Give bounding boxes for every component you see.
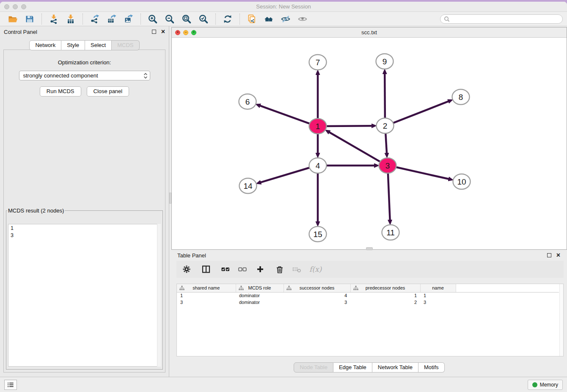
node-10[interactable]: 10 <box>453 174 471 189</box>
tab-style[interactable]: Style <box>61 40 85 50</box>
column-header-successor-nodes[interactable]: successor nodes <box>284 284 350 292</box>
svg-text:7: 7 <box>316 58 320 67</box>
memory-button[interactable]: Memory <box>528 380 563 390</box>
table-settings-gear-icon[interactable] <box>182 264 192 274</box>
close-panel-button[interactable]: Close panel <box>87 86 129 97</box>
edge-2-9[interactable] <box>385 73 385 118</box>
import-table-icon[interactable] <box>65 14 76 25</box>
delete-columns-trash-icon[interactable] <box>275 264 285 274</box>
open-session-icon[interactable] <box>7 14 18 25</box>
tab-select[interactable]: Select <box>85 40 112 50</box>
close-window-button[interactable] <box>4 4 9 9</box>
edge-4-14[interactable] <box>260 168 310 182</box>
export-table-icon[interactable] <box>106 14 117 25</box>
tab-network-table[interactable]: Network Table <box>372 362 418 373</box>
control-panel-header: Control Panel × <box>0 26 169 37</box>
export-network-icon[interactable] <box>89 14 100 25</box>
mcds-result-text[interactable]: 13 <box>8 224 161 367</box>
node-table: shared name MCDS role successor nodes <box>177 284 559 306</box>
edge-2-3[interactable] <box>385 133 387 154</box>
minimize-window-button[interactable] <box>13 4 18 9</box>
show-all-eye-icon[interactable] <box>297 14 308 25</box>
close-network-button[interactable]: × <box>175 30 180 35</box>
hide-columns-icon[interactable] <box>237 264 248 274</box>
close-table-panel-icon[interactable]: × <box>556 253 560 257</box>
table-panel-header: Table Panel × <box>171 250 567 261</box>
svg-text:14: 14 <box>243 182 253 190</box>
create-column-icon[interactable] <box>255 264 265 274</box>
edge-3-1[interactable] <box>329 132 380 162</box>
close-panel-icon[interactable]: × <box>161 30 165 34</box>
maximize-window-button[interactable] <box>21 4 26 9</box>
tab-network[interactable]: Network <box>29 40 61 50</box>
function-builder-icon[interactable]: f(x) <box>309 265 322 273</box>
minimize-network-button[interactable]: − <box>183 30 188 35</box>
table-panel-title: Table Panel <box>177 252 547 259</box>
tab-mcds[interactable]: MCDS <box>112 40 139 50</box>
column-header-shared-name[interactable]: shared name <box>177 284 236 292</box>
save-session-icon[interactable] <box>24 14 35 25</box>
refresh-icon[interactable] <box>222 14 233 25</box>
node-4[interactable]: 4 <box>309 158 327 173</box>
zoom-in-icon[interactable] <box>147 14 158 25</box>
tab-edge-table[interactable]: Edge Table <box>333 362 372 373</box>
column-header-name[interactable]: name <box>420 284 456 292</box>
toolbar-separator <box>239 14 240 25</box>
toolbar-separator <box>140 14 141 25</box>
table-row[interactable]: 3dominator323 <box>177 299 559 306</box>
node-7[interactable]: 7 <box>309 55 327 70</box>
edge-3-11[interactable] <box>388 173 390 221</box>
import-network-icon[interactable] <box>48 14 59 25</box>
show-columns-icon[interactable] <box>220 264 231 274</box>
new-network-from-selection-icon[interactable] <box>246 14 257 25</box>
node-6[interactable]: 6 <box>239 94 256 109</box>
criterion-select[interactable]: strongly connected component <box>19 71 150 80</box>
node-1[interactable]: 1 <box>309 119 327 134</box>
edge-1-2[interactable] <box>326 126 372 126</box>
float-panel-icon[interactable] <box>152 30 156 34</box>
horizontal-splitter-handle[interactable] <box>366 247 373 250</box>
node-3[interactable]: 3 <box>379 158 396 173</box>
task-history-button[interactable] <box>4 380 17 390</box>
first-neighbors-home-icon[interactable] <box>263 14 274 25</box>
edge-1-6[interactable] <box>259 105 310 124</box>
mcds-result-box: MCDS result (2 nodes) 13 <box>6 207 163 370</box>
zoom-selected-icon[interactable] <box>198 14 209 25</box>
table-body: 1dominator4113dominator323 <box>177 292 559 306</box>
search-field[interactable] <box>440 14 563 24</box>
split-columns-icon[interactable] <box>201 264 211 274</box>
hide-selected-eye-slash-icon[interactable] <box>280 14 291 25</box>
edge-2-8[interactable] <box>393 101 449 123</box>
network-canvas[interactable]: 7968124314101511 <box>172 38 567 249</box>
column-header-filler <box>456 284 559 292</box>
zoom-network-button[interactable]: + <box>191 30 196 35</box>
node-15[interactable]: 15 <box>309 226 327 242</box>
node-11[interactable]: 11 <box>382 225 399 240</box>
export-image-icon[interactable] <box>123 14 134 25</box>
zoom-out-icon[interactable] <box>164 14 175 25</box>
edge-3-10[interactable] <box>396 167 449 179</box>
column-header-predecessor-nodes[interactable]: predecessor nodes <box>350 284 420 292</box>
table-row[interactable]: 1dominator411 <box>177 292 559 299</box>
node-8[interactable]: 8 <box>452 89 470 105</box>
run-mcds-button[interactable]: Run MCDS <box>40 86 81 97</box>
tab-node-table[interactable]: Node Table <box>294 362 333 373</box>
zoom-fit-icon[interactable] <box>181 14 192 25</box>
node-14[interactable]: 14 <box>239 178 257 193</box>
mcds-result-scrollbar[interactable] <box>157 224 161 367</box>
network-view-window: × − + scc.txt 7968124314101511 <box>171 27 567 250</box>
node-9[interactable]: 9 <box>376 54 394 69</box>
tab-motifs[interactable]: Motifs <box>418 362 445 373</box>
sitemap-icon <box>286 286 292 290</box>
table-scrollbar[interactable] <box>559 284 563 356</box>
toolbar-separator <box>83 14 83 25</box>
network-window-titlebar: × − + scc.txt <box>172 28 567 38</box>
delete-table-icon[interactable] <box>292 264 302 274</box>
network-title: scc.txt <box>172 29 567 36</box>
search-input[interactable] <box>452 16 559 22</box>
right-column: × − + scc.txt 7968124314101511 <box>171 26 567 377</box>
node-2[interactable]: 2 <box>377 118 394 133</box>
column-header-mcds-role[interactable]: MCDS role <box>236 284 284 292</box>
float-table-panel-icon[interactable] <box>547 253 551 257</box>
network-window-controls: × − + <box>175 30 196 35</box>
